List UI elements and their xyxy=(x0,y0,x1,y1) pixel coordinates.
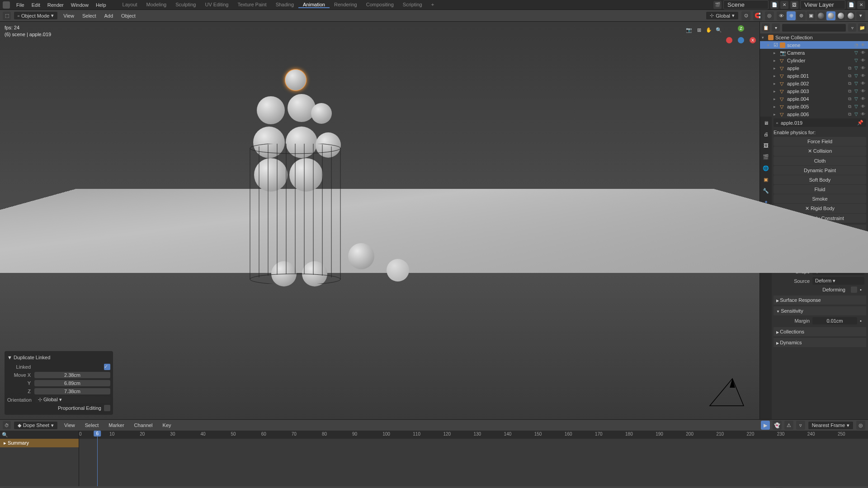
redo-title[interactable]: ▼ Duplicate Linked xyxy=(7,354,110,363)
physics-fluid-button[interactable]: Fluid xyxy=(774,185,866,194)
propedit-dope-icon[interactable]: ◎ xyxy=(856,421,865,430)
apple-obj[interactable] xyxy=(311,103,332,124)
eye-icon[interactable]: 👁 xyxy=(861,66,866,71)
eye-icon[interactable]: 👁 xyxy=(861,50,866,56)
mode-selector[interactable]: ▫ Object Mode ▾ xyxy=(14,11,58,20)
link-icon[interactable]: ⧉ xyxy=(848,112,854,117)
nav-gizmo[interactable]: Z X xyxy=(726,25,756,55)
gizmo-toggle-icon[interactable]: ⊕ xyxy=(787,11,796,20)
link-icon[interactable]: ⧉ xyxy=(848,81,854,86)
snap-mode-select[interactable]: Nearest Frame▾ xyxy=(808,421,854,430)
restrict-icon[interactable]: ▽ xyxy=(854,104,860,109)
lookdev-shading-icon[interactable] xyxy=(836,11,845,20)
menu-render[interactable]: Render xyxy=(44,2,67,8)
scene-name-input[interactable] xyxy=(723,0,769,9)
collections-panel[interactable]: Collections xyxy=(774,327,866,336)
shading-options-icon[interactable]: ▾ xyxy=(856,11,865,20)
propedit-checkbox[interactable] xyxy=(104,405,110,411)
apple-selected[interactable] xyxy=(285,69,307,91)
move-x-input[interactable]: 2.38cm xyxy=(34,372,110,378)
outliner-search[interactable] xyxy=(782,23,846,32)
menu-edit[interactable]: Edit xyxy=(28,2,44,8)
tab-world[interactable]: 🌐 xyxy=(760,163,771,174)
tab-scene[interactable]: 🎬 xyxy=(760,151,771,162)
restrict-icon[interactable]: ▽ xyxy=(854,89,860,94)
ws-rendering[interactable]: Rendering xyxy=(330,2,362,8)
eye-icon[interactable]: 👁 xyxy=(861,112,866,117)
ws-compositing[interactable]: Compositing xyxy=(362,2,398,8)
obj-visibility-icon[interactable]: 👁 xyxy=(777,11,786,20)
dope-view[interactable]: View xyxy=(61,422,79,428)
tree-scene-collection[interactable]: ▾Scene Collection xyxy=(760,33,868,41)
vp-menu-add[interactable]: Add xyxy=(102,13,116,19)
wireframe-shading-icon[interactable] xyxy=(816,11,826,20)
link-icon[interactable]: ⧉ xyxy=(848,104,854,109)
tab-output[interactable]: 🖨 xyxy=(760,129,771,140)
eye-icon[interactable]: 👁 xyxy=(861,42,866,48)
restrict-icon[interactable]: ▽ xyxy=(854,58,860,63)
tab-object[interactable]: ▣ xyxy=(760,174,771,185)
apple-obj[interactable] xyxy=(288,94,316,122)
restrict-icon[interactable]: ▽ xyxy=(854,81,860,86)
zoom-icon[interactable]: 🔍 xyxy=(714,25,723,34)
linked-checkbox[interactable]: ✓ xyxy=(104,364,110,370)
apple-obj[interactable] xyxy=(348,243,374,269)
physics-collision-button[interactable]: ✕ Collision xyxy=(774,146,866,156)
ws-shading[interactable]: Shading xyxy=(271,2,298,8)
scene-new-icon[interactable]: 📄 xyxy=(770,1,778,9)
dope-key[interactable]: Key xyxy=(159,422,175,428)
ws-sculpting[interactable]: Sculpting xyxy=(171,2,200,8)
menu-file[interactable]: File xyxy=(13,2,28,8)
viewlayer-icon[interactable]: 🖼 xyxy=(790,1,798,9)
move-z-input[interactable]: 7.38cm xyxy=(34,388,110,394)
tree-item-apple.006[interactable]: ▸ ▽ apple.006 ⧉ ▽ 👁 xyxy=(760,110,868,117)
axis-neg-icon[interactable] xyxy=(726,37,732,43)
restrict-icon[interactable]: ▽ xyxy=(854,96,860,102)
rendered-shading-icon[interactable] xyxy=(846,11,855,20)
eye-icon[interactable]: 👁 xyxy=(861,104,866,109)
eye-icon[interactable]: 👁 xyxy=(861,89,866,94)
new-collection-icon[interactable]: 📁 xyxy=(858,23,866,32)
dope-marker[interactable]: Marker xyxy=(105,422,127,428)
ws-scripting[interactable]: Scripting xyxy=(398,2,427,8)
filter-popup-icon[interactable]: ▿ xyxy=(796,421,805,430)
viewlayer-del-icon[interactable]: ✕ xyxy=(857,1,865,9)
show-errors-icon[interactable]: ⚠ xyxy=(784,421,793,430)
physics-smoke-button[interactable]: Smoke xyxy=(774,194,866,203)
physics-force-field-button[interactable]: Force Field xyxy=(774,137,866,146)
show-selected-icon[interactable]: ▶ xyxy=(761,421,770,430)
dope-mode-select[interactable]: ◆Dope Sheet▾ xyxy=(14,421,58,430)
scene-browse-icon[interactable]: 🎬 xyxy=(713,1,722,9)
pivot-icon[interactable]: ⊙ xyxy=(741,11,750,20)
camera-object[interactable] xyxy=(692,374,746,410)
tab-viewlayer[interactable]: 🖼 xyxy=(760,140,771,151)
dope-select[interactable]: Select xyxy=(81,422,103,428)
scene-del-icon[interactable]: ✕ xyxy=(780,1,788,9)
physics-cloth-button[interactable]: Cloth xyxy=(774,156,866,165)
persp-toggle-icon[interactable]: ⊞ xyxy=(694,25,703,34)
tab-modifier[interactable]: 🔧 xyxy=(760,185,771,196)
vp-menu-view[interactable]: View xyxy=(61,13,77,19)
eye-icon[interactable]: 👁 xyxy=(861,58,866,63)
eye-icon[interactable]: 👁 xyxy=(861,73,866,79)
ws-add[interactable]: + xyxy=(427,2,439,8)
tab-render[interactable]: 🖥 xyxy=(760,117,771,128)
vp-menu-select[interactable]: Select xyxy=(80,13,99,19)
tree-item-apple.005[interactable]: ▸ ▽ apple.005 ⧉ ▽ 👁 xyxy=(760,103,868,110)
axis-z-icon[interactable]: Z xyxy=(738,25,744,32)
physics-dynamic-paint-button[interactable]: Dynamic Paint xyxy=(774,166,866,175)
camera-view-icon[interactable]: 📷 xyxy=(684,25,693,34)
tree-item-apple.004[interactable]: ▸ ▽ apple.004 ⧉ ▽ 👁 xyxy=(760,95,868,103)
viewlayer-new-icon[interactable]: 📄 xyxy=(847,1,855,9)
solid-shading-icon[interactable] xyxy=(826,11,835,20)
tree-item-Camera[interactable]: ▸ 📷 Camera ▽ 👁 xyxy=(760,49,868,56)
viewport-3d[interactable]: fps: 24 (6) scene | apple.019 📷 ⊞ ✋ 🔍 Z … xyxy=(0,22,760,419)
cloth-obj[interactable] xyxy=(387,259,409,282)
margin-input[interactable]: 0.01cm xyxy=(812,317,857,324)
orient-select[interactable]: ⊹ Global ▾ xyxy=(35,396,110,403)
restrict-icon[interactable]: ▽ xyxy=(854,50,860,56)
move-y-input[interactable]: 6.89cm xyxy=(34,380,110,386)
ws-uv[interactable]: UV Editing xyxy=(200,2,233,8)
tree-item-apple.002[interactable]: ▸ ▽ apple.002 ⧉ ▽ 👁 xyxy=(760,80,868,87)
outliner-type-icon[interactable]: 📋 xyxy=(762,23,770,32)
